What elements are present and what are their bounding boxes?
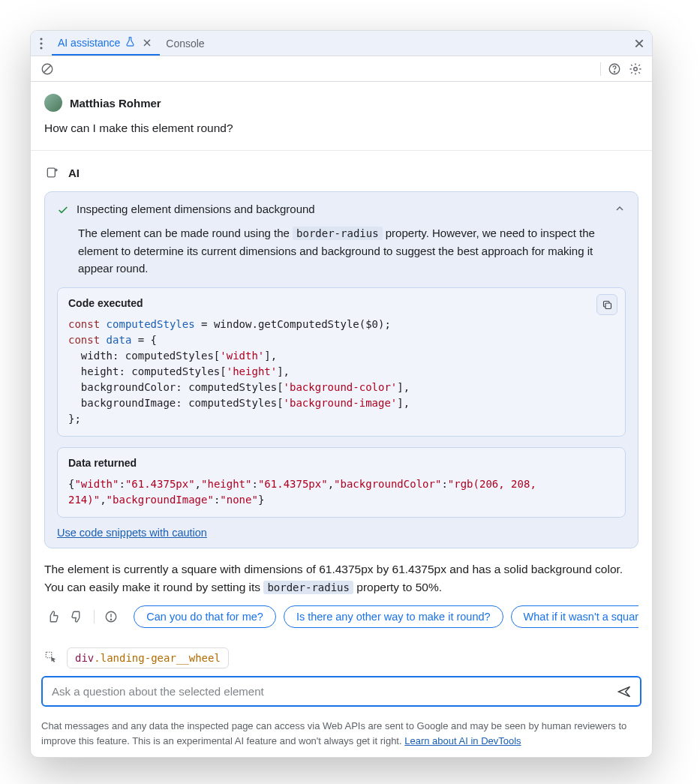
svg-point-5 — [614, 71, 614, 72]
tab-label: Console — [166, 38, 204, 50]
data-returned-card: Data returned {"width":"61.4375px","heig… — [57, 447, 626, 518]
avatar — [44, 94, 62, 112]
ai-header: AI — [44, 164, 638, 181]
input-wrap — [41, 676, 641, 707]
clear-icon[interactable] — [37, 59, 58, 80]
ai-sparkle-icon — [44, 164, 61, 181]
close-panel-icon[interactable] — [626, 32, 652, 56]
inspect-description: The element can be made round using the … — [78, 224, 626, 277]
svg-point-10 — [110, 620, 111, 620]
check-icon — [57, 204, 69, 218]
svg-point-1 — [40, 42, 42, 44]
svg-rect-7 — [47, 168, 55, 177]
svg-point-0 — [40, 38, 42, 40]
ai-label: AI — [68, 167, 80, 179]
help-icon[interactable] — [604, 59, 625, 80]
user-message: How can I make this element round? — [44, 119, 638, 137]
suggestion-chip[interactable]: Is there any other way to make it round? — [284, 605, 503, 628]
tab-ai-assistance[interactable]: AI assistance — [52, 31, 160, 56]
element-context-row: div.landing-gear__wheel — [31, 647, 652, 668]
more-menu-icon[interactable] — [31, 32, 52, 56]
experiment-icon — [125, 36, 136, 50]
svg-rect-8 — [605, 303, 611, 309]
settings-icon[interactable] — [625, 59, 646, 80]
data-returned: {"width":"61.4375px","height":"61.4375px… — [68, 476, 614, 508]
element-picker-icon[interactable] — [44, 650, 59, 665]
suggestion-chip[interactable]: Can you do that for me? — [134, 605, 276, 628]
disclaimer: Chat messages and any data the inspected… — [31, 714, 652, 757]
ask-input[interactable] — [41, 676, 641, 707]
svg-point-6 — [634, 67, 638, 71]
code-executed-card: Code executed const computedStyles = win… — [57, 287, 626, 437]
inspect-title: Inspecting element dimensions and backgr… — [77, 203, 606, 215]
divider — [31, 150, 652, 151]
user-name: Matthias Rohmer — [70, 97, 161, 110]
close-tab-icon[interactable] — [140, 36, 154, 50]
svg-point-2 — [40, 47, 42, 49]
data-returned-title: Data returned — [68, 457, 614, 469]
tab-bar: AI assistance Console — [31, 31, 652, 56]
user-header: Matthias Rohmer — [44, 94, 638, 112]
collapse-icon[interactable] — [614, 203, 626, 217]
svg-rect-11 — [46, 653, 52, 659]
feedback-divider — [94, 610, 95, 623]
thumbs-down-icon[interactable] — [68, 607, 86, 626]
learn-more-link[interactable]: Learn about AI in DevTools — [404, 735, 521, 746]
tab-label: AI assistance — [58, 37, 120, 49]
report-icon[interactable] — [102, 607, 121, 626]
code-inline: border-radius — [263, 581, 353, 594]
thumbs-up-icon[interactable] — [44, 607, 63, 626]
inspect-card: Inspecting element dimensions and backgr… — [44, 191, 638, 548]
ai-assistance-panel: AI assistance Console — [30, 30, 653, 758]
ai-response: The element is currently a square with d… — [44, 560, 638, 596]
send-button[interactable] — [613, 680, 635, 703]
toolbar-divider — [600, 62, 601, 76]
suggestion-chip[interactable]: What if it wasn't a square? — [511, 605, 638, 628]
copy-button[interactable] — [596, 294, 617, 315]
caution-link[interactable]: Use code snippets with caution — [57, 527, 207, 539]
tab-console[interactable]: Console — [160, 31, 210, 56]
code-executed-title: Code executed — [68, 297, 614, 309]
code-executed: const computedStyles = window.getCompute… — [68, 317, 614, 427]
feedback-row: Can you do that for me? Is there any oth… — [44, 605, 638, 628]
code-inline: border-radius — [293, 227, 383, 240]
toolbar — [31, 56, 652, 82]
element-pill[interactable]: div.landing-gear__wheel — [67, 647, 229, 668]
